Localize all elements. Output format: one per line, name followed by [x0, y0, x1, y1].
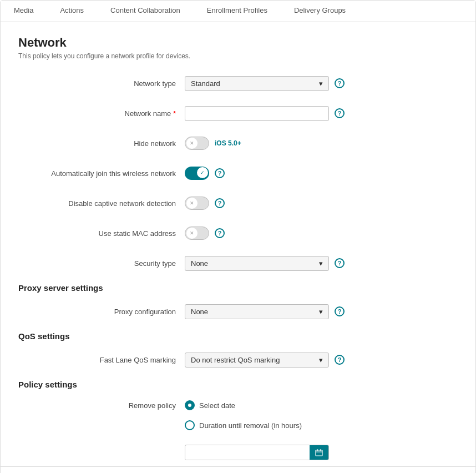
proxy-config-chevron-icon: ▾: [319, 308, 323, 316]
disable-captive-thumb: ✕: [186, 198, 198, 209]
footer: Back Next >: [1, 466, 475, 473]
policy-section-header: Policy settings: [18, 380, 458, 389]
static-mac-control: ✕ ?: [185, 227, 225, 240]
calendar-icon: [315, 449, 323, 456]
network-name-label: Network name *: [18, 109, 185, 118]
remove-policy-duration[interactable]: Duration until removal (in hours): [185, 420, 302, 430]
toggle-cross-icon: ✕: [190, 140, 194, 146]
hide-network-thumb: ✕: [186, 138, 198, 149]
tab-actions[interactable]: Actions: [47, 1, 97, 22]
network-type-select[interactable]: Standard ▾: [185, 76, 329, 91]
auto-join-toggle[interactable]: ✓: [185, 167, 209, 180]
proxy-config-select[interactable]: None ▾: [185, 304, 329, 319]
security-type-label: Security type: [18, 259, 185, 268]
app-container: Media Actions Content Collaboration Enro…: [0, 0, 476, 473]
tab-media[interactable]: Media: [1, 1, 47, 22]
remove-policy-row: Remove policy Select date Duration until…: [18, 398, 458, 460]
network-name-control: ?: [185, 106, 345, 121]
tab-bar: Media Actions Content Collaboration Enro…: [1, 1, 475, 22]
radio-duration-circle: [185, 420, 195, 430]
tab-content-collaboration[interactable]: Content Collaboration: [97, 1, 194, 22]
auto-join-help-icon[interactable]: ?: [215, 168, 225, 178]
remove-policy-select-date[interactable]: Select date: [185, 400, 235, 410]
proxy-config-label: Proxy configuration: [18, 308, 185, 316]
date-input-wrap: [185, 445, 329, 460]
tab-delivery-groups[interactable]: Delivery Groups: [281, 1, 359, 22]
network-type-help-icon[interactable]: ?: [335, 78, 345, 88]
proxy-config-row: Proxy configuration None ▾ ?: [18, 301, 458, 321]
fast-lane-control: Do not restrict QoS marking ▾ ?: [185, 353, 345, 368]
tab-enrollment-profiles[interactable]: Enrollment Profiles: [194, 1, 281, 22]
hide-network-toggle[interactable]: ✕: [185, 137, 209, 150]
remove-policy-control: Select date Duration until removal (in h…: [185, 400, 329, 460]
fast-lane-select[interactable]: Do not restrict QoS marking ▾: [185, 353, 329, 368]
security-type-control: None ▾ ?: [185, 256, 345, 271]
hide-network-control: ✕ iOS 5.0+: [185, 137, 241, 150]
toggle-cross-icon2: ✕: [190, 200, 194, 206]
fast-lane-row: Fast Lane QoS marking Do not restrict Qo…: [18, 350, 458, 370]
calendar-button[interactable]: [310, 445, 328, 460]
disable-captive-toggle[interactable]: ✕: [185, 197, 209, 210]
fast-lane-value: Do not restrict QoS marking: [191, 356, 280, 364]
network-name-row: Network name * ?: [18, 103, 458, 123]
disable-captive-help-icon[interactable]: ?: [215, 198, 225, 208]
disable-captive-control: ✕ ?: [185, 197, 225, 210]
main-content: Network This policy lets you configure a…: [1, 22, 475, 466]
svg-rect-0: [316, 450, 322, 456]
qos-section-header: QoS settings: [18, 331, 458, 341]
proxy-section-header: Proxy server settings: [18, 283, 458, 293]
static-mac-help-icon[interactable]: ?: [215, 228, 225, 238]
radio-select-date-circle: [185, 400, 195, 410]
page-title: Network: [18, 36, 458, 50]
network-type-chevron-icon: ▾: [319, 79, 323, 88]
fast-lane-label: Fast Lane QoS marking: [18, 356, 185, 364]
security-type-chevron-icon: ▾: [319, 259, 323, 268]
date-input[interactable]: [185, 446, 310, 460]
radio-duration-label: Duration until removal (in hours): [199, 421, 302, 430]
network-type-control: Standard ▾ ?: [185, 76, 345, 91]
auto-join-row: Automatically join this wireless network…: [18, 163, 458, 183]
toggle-cross-icon3: ✕: [190, 230, 194, 236]
proxy-config-help-icon[interactable]: ?: [335, 306, 345, 316]
static-mac-label: Use static MAC address: [18, 229, 185, 238]
page-subtitle: This policy lets you configure a network…: [18, 52, 458, 60]
ios-badge: iOS 5.0+: [215, 139, 241, 147]
static-mac-row: Use static MAC address ✕ ?: [18, 223, 458, 243]
network-type-row: Network type Standard ▾ ?: [18, 73, 458, 93]
network-type-value: Standard: [191, 79, 220, 88]
hide-network-label: Hide network: [18, 139, 185, 148]
static-mac-toggle[interactable]: ✕: [185, 227, 209, 240]
toggle-check-icon: ✓: [200, 170, 205, 175]
security-type-help-icon[interactable]: ?: [335, 258, 345, 268]
security-type-row: Security type None ▾ ?: [18, 253, 458, 273]
static-mac-thumb: ✕: [186, 228, 198, 239]
auto-join-control: ✓ ?: [185, 167, 225, 180]
security-type-value: None: [191, 259, 208, 268]
auto-join-thumb: ✓: [197, 167, 208, 178]
radio-select-date-label: Select date: [199, 401, 235, 410]
remove-policy-label: Remove policy: [18, 400, 185, 410]
disable-captive-row: Disable captive network detection ✕ ?: [18, 193, 458, 213]
network-name-input[interactable]: [185, 106, 329, 121]
proxy-config-control: None ▾ ?: [185, 304, 345, 319]
network-name-help-icon[interactable]: ?: [335, 108, 345, 118]
auto-join-label: Automatically join this wireless network: [18, 169, 185, 178]
required-asterisk: *: [173, 109, 176, 118]
fast-lane-help-icon[interactable]: ?: [335, 355, 345, 365]
hide-network-row: Hide network ✕ iOS 5.0+: [18, 133, 458, 153]
proxy-config-value: None: [191, 308, 208, 316]
disable-captive-label: Disable captive network detection: [18, 199, 185, 208]
security-type-select[interactable]: None ▾: [185, 256, 329, 271]
fast-lane-chevron-icon: ▾: [319, 356, 323, 364]
network-type-label: Network type: [18, 79, 185, 88]
